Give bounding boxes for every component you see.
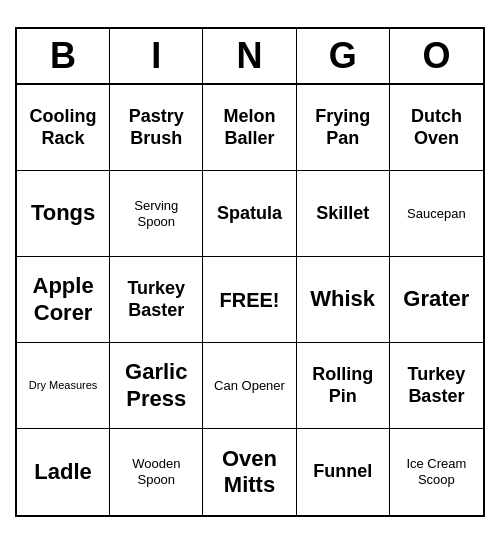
header-letter-o: O [390,29,483,83]
header-letter-g: G [297,29,390,83]
bingo-cell-2: Melon Baller [203,85,296,171]
header-letter-i: I [110,29,203,83]
bingo-cell-15: Dry Measures [17,343,110,429]
bingo-cell-22: Oven Mitts [203,429,296,515]
bingo-cell-0: Cooling Rack [17,85,110,171]
header-letter-n: N [203,29,296,83]
bingo-cell-21: Wooden Spoon [110,429,203,515]
bingo-cell-4: Dutch Oven [390,85,483,171]
bingo-cell-13: Whisk [297,257,390,343]
bingo-cell-12: FREE! [203,257,296,343]
bingo-header: BINGO [17,29,483,85]
bingo-cell-6: Serving Spoon [110,171,203,257]
bingo-cell-24: Ice Cream Scoop [390,429,483,515]
bingo-cell-20: Ladle [17,429,110,515]
bingo-cell-8: Skillet [297,171,390,257]
bingo-grid: Cooling RackPastry BrushMelon BallerFryi… [17,85,483,515]
bingo-cell-11: Turkey Baster [110,257,203,343]
bingo-cell-16: Garlic Press [110,343,203,429]
bingo-cell-9: Saucepan [390,171,483,257]
bingo-cell-18: Rolling Pin [297,343,390,429]
bingo-cell-7: Spatula [203,171,296,257]
bingo-cell-1: Pastry Brush [110,85,203,171]
bingo-cell-10: Apple Corer [17,257,110,343]
bingo-cell-3: Frying Pan [297,85,390,171]
bingo-cell-5: Tongs [17,171,110,257]
bingo-cell-23: Funnel [297,429,390,515]
bingo-card: BINGO Cooling RackPastry BrushMelon Ball… [15,27,485,517]
bingo-cell-17: Can Opener [203,343,296,429]
bingo-cell-14: Grater [390,257,483,343]
bingo-cell-19: Turkey Baster [390,343,483,429]
header-letter-b: B [17,29,110,83]
